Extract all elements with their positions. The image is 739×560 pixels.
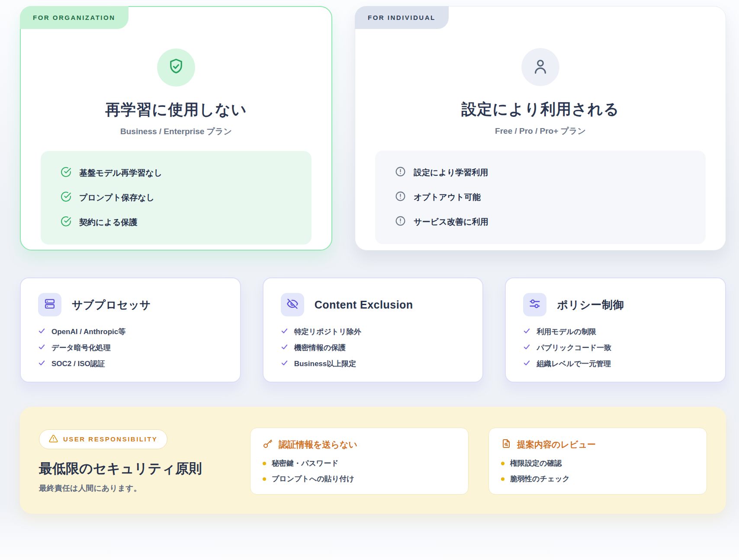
- individual-card: FOR INDIVIDUAL 設定により利用される Free / Pro / P…: [355, 6, 726, 251]
- list-item: 設定により学習利用: [395, 166, 686, 179]
- list-item-label: OpenAI / Anthropic等: [51, 327, 125, 337]
- icon-tile: [523, 293, 546, 316]
- list-item: オプトアウト可能: [395, 191, 686, 204]
- server-icon: [44, 298, 56, 312]
- list-item-label: 脆弱性のチェック: [510, 474, 570, 484]
- organization-badge: FOR ORGANIZATION: [20, 6, 129, 29]
- responsibility-card-header: 提案内容のレビュー: [501, 438, 694, 451]
- file-search-icon: [501, 438, 511, 451]
- organization-card-body: 再学習に使用しない Business / Enterprise プラン 基盤モデ…: [21, 7, 331, 245]
- user-responsibility-band: USER RESPONSIBILITY 最低限のセキュリティ原則 最終責任は人間…: [20, 407, 726, 514]
- list-item: プロンプトへの貼り付け: [263, 474, 456, 484]
- organization-title: 再学習に使用しない: [105, 100, 247, 120]
- list-item: 機密情報の保護: [281, 343, 466, 353]
- list-item-label: 利用モデルの制限: [537, 327, 596, 337]
- list-item: 利用モデルの制限: [523, 327, 708, 337]
- responsibility-card-list: 権限設定の確認 脆弱性のチェック: [501, 458, 694, 484]
- sliders-icon: [529, 298, 541, 312]
- list-item: Business以上限定: [281, 359, 466, 369]
- feature-cards-row: サブプロセッサ OpenAI / Anthropic等 データ暗号化処理: [20, 277, 726, 383]
- feature-card-content-exclusion: Content Exclusion 特定リポジトリ除外 機密情報の保護: [263, 277, 484, 383]
- security-infographic-page: FOR ORGANIZATION 再学習に使用しない Business / En…: [0, 0, 739, 560]
- check-circle-icon: [61, 191, 71, 204]
- list-item-label: データ暗号化処理: [51, 343, 111, 353]
- list-item-label: 設定により学習利用: [414, 167, 488, 178]
- list-item-label: 組織レベルで一元管理: [537, 359, 611, 369]
- feature-card-list: 特定リポジトリ除外 機密情報の保護 Business以上限定: [281, 327, 466, 369]
- list-item: SOC2 / ISO認証: [38, 359, 223, 369]
- plan-comparison-row: FOR ORGANIZATION 再学習に使用しない Business / En…: [20, 6, 726, 251]
- check-circle-icon: [61, 216, 71, 229]
- alert-circle-icon: [395, 216, 406, 229]
- feature-card-list: 利用モデルの制限 パブリックコード一致 組織レベルで一元管理: [523, 327, 708, 369]
- check-icon: [281, 359, 288, 369]
- check-icon: [523, 327, 530, 337]
- list-item: プロンプト保存なし: [61, 191, 292, 204]
- list-item: 脆弱性のチェック: [501, 474, 694, 484]
- bullet-dot: [501, 477, 504, 481]
- organization-card: FOR ORGANIZATION 再学習に使用しない Business / En…: [20, 6, 332, 251]
- list-item-label: 権限設定の確認: [510, 458, 562, 468]
- key-icon: [263, 438, 273, 451]
- check-icon: [523, 359, 530, 369]
- responsibility-card-list: 秘密鍵・パスワード プロンプトへの貼り付け: [263, 458, 456, 484]
- list-item: 契約による保護: [61, 216, 292, 229]
- list-item-label: SOC2 / ISO認証: [51, 359, 105, 369]
- feature-card-title: サブプロセッサ: [72, 298, 151, 312]
- check-icon: [38, 327, 45, 337]
- list-item: 特定リポジトリ除外: [281, 327, 466, 337]
- check-icon: [523, 343, 530, 353]
- list-item: データ暗号化処理: [38, 343, 223, 353]
- user-icon: [531, 57, 549, 77]
- list-item: OpenAI / Anthropic等: [38, 327, 223, 337]
- list-item: パブリックコード一致: [523, 343, 708, 353]
- list-item-label: サービス改善に利用: [414, 216, 488, 228]
- list-item-label: 契約による保護: [79, 217, 137, 228]
- list-item-label: 秘密鍵・パスワード: [272, 458, 339, 468]
- check-icon: [281, 327, 288, 337]
- list-item-label: プロンプト保存なし: [79, 192, 154, 203]
- list-item-label: オプトアウト可能: [414, 192, 481, 203]
- individual-notes-panel: 設定により学習利用 オプトアウト可能: [375, 151, 706, 244]
- individual-title: 設定により利用される: [462, 99, 620, 119]
- bullet-dot: [263, 477, 266, 481]
- check-icon: [38, 343, 45, 353]
- list-item-label: 基盤モデル再学習なし: [79, 167, 162, 179]
- individual-subtitle: Free / Pro / Pro+ プラン: [495, 126, 586, 137]
- list-item: 秘密鍵・パスワード: [263, 458, 456, 468]
- list-item-label: Business以上限定: [294, 359, 357, 369]
- check-icon: [281, 343, 288, 353]
- responsibility-intro: USER RESPONSIBILITY 最低限のセキュリティ原則 最終責任は人間…: [39, 428, 230, 495]
- feature-card-title: Content Exclusion: [315, 299, 413, 311]
- list-item: サービス改善に利用: [395, 216, 686, 229]
- feature-card-header: サブプロセッサ: [38, 293, 223, 316]
- organization-subtitle: Business / Enterprise プラン: [120, 126, 232, 137]
- check-circle-icon: [61, 167, 71, 180]
- alert-circle-icon: [395, 191, 406, 204]
- responsibility-subtitle: 最終責任は人間にあります。: [39, 483, 230, 493]
- list-item: 組織レベルで一元管理: [523, 359, 708, 369]
- feature-card-list: OpenAI / Anthropic等 データ暗号化処理 SOC2 / ISO認…: [38, 327, 223, 369]
- responsibility-card-title: 認証情報を送らない: [279, 439, 357, 451]
- individual-badge: FOR INDIVIDUAL: [355, 6, 449, 29]
- feature-card-title: ポリシー制御: [557, 298, 624, 312]
- eye-off-icon: [286, 298, 299, 312]
- responsibility-card-title: 提案内容のレビュー: [517, 439, 596, 451]
- shield-check-icon: [167, 58, 185, 77]
- list-item: 権限設定の確認: [501, 458, 694, 468]
- icon-tile: [281, 293, 304, 316]
- list-item-label: 特定リポジトリ除外: [294, 327, 361, 337]
- shield-icon-circle: [157, 48, 195, 87]
- responsibility-card-header: 認証情報を送らない: [263, 438, 456, 451]
- responsibility-badge: USER RESPONSIBILITY: [39, 429, 167, 449]
- list-item-label: 機密情報の保護: [294, 343, 346, 353]
- alert-triangle-icon: [49, 434, 58, 444]
- organization-benefits-panel: 基盤モデル再学習なし プロンプト保存なし: [41, 151, 312, 245]
- individual-card-body: 設定により利用される Free / Pro / Pro+ プラン 設定により学習…: [355, 6, 726, 244]
- responsibility-card-review: 提案内容のレビュー 権限設定の確認 脆弱性のチェック: [488, 428, 707, 495]
- feature-card-header: ポリシー制御: [523, 293, 708, 316]
- list-item: 基盤モデル再学習なし: [61, 167, 292, 180]
- list-item-label: プロンプトへの貼り付け: [272, 474, 354, 484]
- list-item-label: パブリックコード一致: [537, 343, 611, 353]
- bullet-dot: [263, 462, 266, 465]
